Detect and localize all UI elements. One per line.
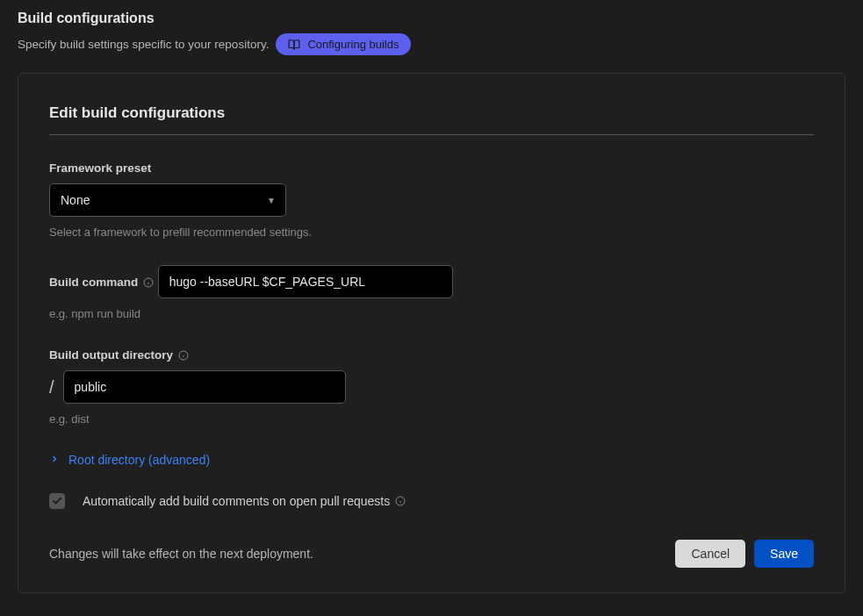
auto-comments-checkbox[interactable]	[49, 493, 65, 509]
footer-row: Changes will take effect on the next dep…	[49, 540, 814, 568]
info-icon	[395, 496, 406, 506]
build-command-label: Build command	[49, 276, 138, 289]
build-command-group: Build command e.g. npm run build	[49, 265, 814, 320]
subtitle-text: Specify build settings specific to your …	[18, 38, 269, 51]
output-directory-group: Build output directory / e.g. dist	[49, 347, 814, 426]
build-command-input[interactable]	[158, 265, 453, 298]
info-icon	[143, 277, 154, 288]
framework-preset-group: Framework preset None ▼ Select a framewo…	[49, 160, 814, 239]
framework-preset-help: Select a framework to prefill recommende…	[49, 226, 814, 239]
framework-preset-label: Framework preset	[49, 161, 151, 175]
path-separator: /	[49, 377, 54, 398]
badge-label: Configuring builds	[307, 38, 399, 51]
footer-text: Changes will take effect on the next dep…	[49, 547, 313, 561]
chevron-right-icon	[49, 453, 60, 467]
button-group: Cancel Save	[675, 540, 814, 568]
page-title: Build configurations	[18, 11, 845, 26]
root-directory-label: Root directory (advanced)	[68, 453, 210, 467]
configuring-builds-badge[interactable]: Configuring builds	[276, 33, 411, 55]
subtitle-row: Specify build settings specific to your …	[18, 33, 845, 55]
cancel-button[interactable]: Cancel	[675, 540, 745, 568]
save-button[interactable]: Save	[754, 540, 814, 568]
framework-preset-select[interactable]: None	[49, 183, 286, 217]
edit-config-panel: Edit build configurations Framework pres…	[18, 73, 845, 593]
root-directory-toggle[interactable]: Root directory (advanced)	[49, 453, 210, 467]
auto-comments-row: Automatically add build comments on open…	[49, 493, 814, 509]
framework-preset-select-wrapper: None ▼	[49, 183, 286, 217]
book-icon	[288, 39, 300, 51]
auto-comments-label: Automatically add build comments on open…	[83, 494, 390, 508]
output-directory-input[interactable]	[63, 370, 346, 404]
info-icon	[178, 350, 189, 361]
build-command-help: e.g. npm run build	[49, 307, 814, 320]
panel-title: Edit build configurations	[49, 104, 814, 135]
output-directory-help: e.g. dist	[49, 412, 814, 426]
output-directory-label: Build output directory	[49, 348, 173, 362]
